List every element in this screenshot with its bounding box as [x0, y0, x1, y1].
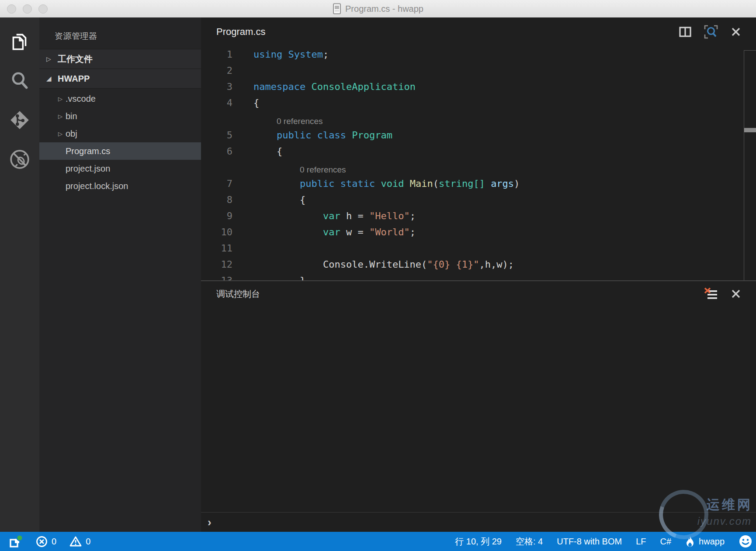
code-text: { — [253, 97, 259, 108]
code-text: var w = "World"; — [253, 227, 416, 238]
traffic-lights — [7, 0, 48, 17]
section-label: HWAPP — [58, 74, 90, 84]
code-lines[interactable]: 1using System;23namespace ConsoleApplica… — [201, 46, 756, 280]
codelens-references[interactable]: 0 references — [300, 165, 346, 176]
line-number: 10 — [201, 227, 232, 238]
code-line-12[interactable]: 12 Console.WriteLine("{0} {1}",h,w); — [201, 256, 756, 272]
code-line-10[interactable]: 10 var w = "World"; — [201, 224, 756, 240]
editor-group: Program.cs — [201, 17, 756, 532]
code-line-3[interactable]: 3namespace ConsoleApplication — [201, 79, 756, 95]
section-working-files[interactable]: ▷ 工作文件 — [39, 49, 201, 69]
activity-bar — [0, 17, 39, 532]
sidebar-title: 资源管理器 — [39, 17, 201, 49]
code-text: } — [253, 275, 305, 280]
editor-actions — [679, 24, 756, 39]
codelens-indent — [253, 116, 277, 127]
document-icon — [333, 3, 341, 14]
line-number: 4 — [201, 97, 232, 108]
clear-console-icon — [704, 287, 718, 300]
minimize-window-button[interactable] — [23, 4, 32, 14]
line-number: 5 — [201, 130, 232, 141]
code-text: public static void Main(string[] args) — [253, 178, 520, 189]
code-line-5[interactable]: 5 public class Program — [201, 127, 756, 143]
codelens-row: 0 references — [201, 111, 756, 127]
code-line-13[interactable]: 13 } — [201, 272, 756, 280]
close-window-button[interactable] — [7, 4, 16, 14]
tree-item-project.json[interactable]: project.json — [39, 160, 201, 177]
line-number: 8 — [201, 194, 232, 205]
split-editor-button[interactable] — [679, 27, 691, 37]
statusbar-encoding[interactable]: UTF-8 with BOM — [557, 537, 622, 547]
activitybar-search[interactable] — [0, 61, 39, 100]
activitybar-explorer[interactable] — [0, 22, 39, 61]
panel-header: 调试控制台 — [201, 281, 756, 306]
git-icon — [9, 109, 31, 131]
editor-tab-title[interactable]: Program.cs — [201, 26, 265, 38]
codelens-references[interactable]: 0 references — [277, 117, 323, 127]
warning-count[interactable]: 0 — [69, 536, 90, 547]
search-icon — [9, 70, 31, 92]
code-text: var h = "Hello"; — [253, 210, 416, 221]
debug-console-input-row[interactable]: › — [201, 512, 756, 532]
tree-item-project.lock.json[interactable]: project.lock.json — [39, 177, 201, 195]
tree-item-obj[interactable]: ▷obj — [39, 125, 201, 142]
code-line-11[interactable]: 11 — [201, 240, 756, 256]
code-line-1[interactable]: 1using System; — [201, 46, 756, 62]
status-bar: 0 0 行 10, 列 29空格: 4UTF-8 with BOMLFC# hw… — [0, 532, 756, 551]
sidebar-explorer: 资源管理器 ▷ 工作文件 ◢ HWAPP ▷.vscode▷bin▷objPro… — [39, 17, 201, 532]
smiley-icon — [739, 534, 753, 548]
clear-console-button[interactable] — [704, 287, 718, 300]
window-title: Program.cs - hwapp — [345, 4, 423, 14]
code-line-2[interactable]: 2 — [201, 62, 756, 79]
files-icon — [9, 31, 31, 52]
statusbar-eol[interactable]: LF — [636, 537, 646, 547]
tree-item-.vscode[interactable]: ▷.vscode — [39, 90, 201, 107]
code-line-8[interactable]: 8 { — [201, 192, 756, 208]
close-icon — [731, 289, 741, 299]
zoom-window-button[interactable] — [38, 4, 48, 14]
tree-item-label: project.json — [66, 164, 110, 174]
tree-item-label: Program.cs — [66, 146, 110, 156]
section-label: 工作文件 — [58, 53, 93, 65]
codelens-indent — [253, 165, 300, 176]
tree-item-label: bin — [66, 111, 77, 121]
chevron-right-icon: ▷ — [58, 113, 66, 120]
editor: Program.cs — [201, 17, 756, 280]
code-line-4[interactable]: 4{ — [201, 95, 756, 111]
tree-item-bin[interactable]: ▷bin — [39, 107, 201, 125]
activitybar-debug[interactable] — [0, 140, 39, 179]
line-number: 3 — [201, 81, 232, 92]
editor-scrollbar[interactable] — [744, 50, 756, 280]
line-number: 1 — [201, 49, 232, 60]
tree-item-label: .vscode — [66, 94, 96, 104]
error-count[interactable]: 0 — [36, 536, 56, 548]
code-text: public class Program — [253, 130, 392, 141]
statusbar-language-mode[interactable]: C# — [660, 537, 671, 547]
omnisharp-project-button[interactable]: hwapp — [685, 536, 725, 547]
tree-item-label: obj — [66, 129, 77, 139]
code-text: namespace ConsoleApplication — [253, 81, 416, 92]
code-line-7[interactable]: 7 public static void Main(string[] args) — [201, 176, 756, 192]
section-hwapp[interactable]: ◢ HWAPP — [39, 69, 201, 88]
close-editor-button[interactable] — [731, 27, 741, 37]
line-number: 13 — [201, 275, 232, 280]
warning-count-value: 0 — [86, 537, 90, 547]
code-line-6[interactable]: 6 { — [201, 143, 756, 159]
chevron-right-icon: ▷ — [46, 55, 55, 62]
feedback-button[interactable] — [739, 534, 753, 548]
chevron-right-icon: ▷ — [58, 131, 66, 137]
activitybar-git[interactable] — [0, 100, 39, 140]
debug-console-output[interactable] — [201, 306, 756, 512]
preview-button[interactable] — [704, 24, 718, 39]
split-editor-icon — [679, 27, 691, 37]
line-number: 7 — [201, 178, 232, 189]
code-line-9[interactable]: 9 var h = "Hello"; — [201, 208, 756, 224]
statusbar-indentation[interactable]: 空格: 4 — [516, 536, 543, 548]
close-panel-button[interactable] — [731, 289, 741, 299]
error-icon — [36, 536, 48, 548]
statusbar-cursor-position[interactable]: 行 10, 列 29 — [455, 536, 502, 548]
connection-status-button[interactable] — [9, 534, 23, 548]
scrollbar-thumb[interactable] — [744, 128, 756, 132]
line-number: 9 — [201, 210, 232, 221]
tree-item-Program.cs[interactable]: Program.cs — [39, 142, 201, 160]
